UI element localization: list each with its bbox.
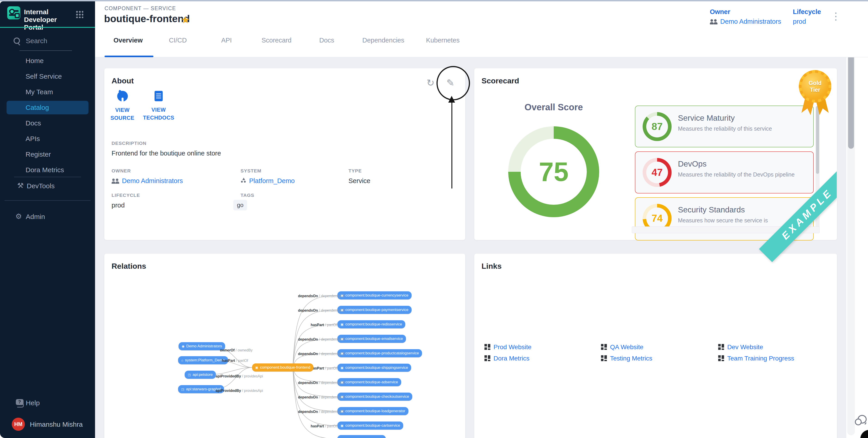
- edge-label: apiProvidedBy / providesApi: [216, 374, 263, 378]
- graph-node-right-4[interactable]: ▣component:boutique-productcatalogservic…: [337, 349, 422, 357]
- tab-cicd[interactable]: CI/CD: [169, 37, 187, 44]
- links-card: Links Prod Website QA Website Dev Websit…: [474, 254, 837, 438]
- graph-node-right-10[interactable]: [337, 435, 386, 438]
- tag-chip[interactable]: go: [233, 200, 247, 210]
- tab-dependencies[interactable]: Dependencies: [362, 37, 404, 44]
- owner-link[interactable]: Demo Administrators: [710, 18, 781, 25]
- sidebar-item-docs[interactable]: Docs: [0, 115, 95, 131]
- edge-label: dependsOn / dependencyOf: [298, 308, 344, 312]
- link-dora-metrics[interactable]: Dora Metrics: [485, 355, 529, 362]
- sidebar-item-self-service[interactable]: Self Service: [0, 68, 95, 84]
- system-field-label: SYSTEM: [241, 168, 261, 174]
- apps-grid-icon[interactable]: [75, 10, 83, 18]
- sidebar-item-dora-metrics[interactable]: Dora Metrics: [0, 162, 95, 178]
- metrics-scrollbar-horizontal[interactable]: [632, 227, 819, 233]
- overall-score-value: 75: [508, 126, 599, 217]
- edge-label: dependsOn / dependencyOf: [298, 337, 344, 341]
- graph-node-right-5[interactable]: ▣component:boutique-shippingservice: [337, 364, 411, 372]
- owner-field-link[interactable]: Demo Administrators: [112, 177, 183, 184]
- edge-label: hasPart / partOf: [311, 424, 337, 428]
- people-icon: [112, 178, 120, 184]
- graph-node-right-1[interactable]: ▣component:boutique-paymentservice: [337, 306, 412, 314]
- graph-node-left-1[interactable]: ⌂system:Platform_Demo: [178, 356, 228, 364]
- techdocs-icon: [155, 91, 163, 101]
- overall-score-donut: 75: [508, 126, 599, 217]
- sidebar-item-my-team[interactable]: My Team: [0, 84, 95, 100]
- graph-node-right-7[interactable]: ▣component:boutique-checkoutservice: [337, 393, 412, 401]
- tab-api[interactable]: API: [221, 37, 232, 44]
- metric-value: 47: [643, 158, 672, 187]
- tab-docs[interactable]: Docs: [319, 37, 334, 44]
- overall-score-label: Overall Score: [525, 102, 583, 112]
- more-options-icon[interactable]: [831, 10, 841, 22]
- github-icon: [117, 91, 128, 101]
- link-dev-website[interactable]: Dev Website: [718, 343, 763, 351]
- graph-node-right-2[interactable]: ▣component:boutique-redisservice: [337, 320, 405, 328]
- tags-field-label: TAGS: [241, 193, 254, 198]
- tab-scorecard[interactable]: Scorecard: [261, 37, 291, 44]
- graph-node-right-0[interactable]: ▣component:boutique-currencyservice: [337, 291, 412, 299]
- sidebar-item-admin[interactable]: ⚙ Admin: [16, 213, 45, 221]
- metric-title: Security Standards: [678, 205, 745, 214]
- user-name: Himanshu Mishra: [30, 420, 83, 428]
- search-icon: [13, 37, 20, 44]
- tab-overview[interactable]: Overview: [114, 37, 143, 44]
- header-lifecycle: Lifecycle prod: [793, 8, 821, 25]
- active-tab-underline: [104, 56, 153, 57]
- graph-node-right-9[interactable]: ▣component:boutique-cartservice: [337, 422, 403, 430]
- link-prod-website[interactable]: Prod Website: [485, 343, 531, 351]
- edge-label: apiProvidedBy / providesApi: [216, 389, 263, 393]
- system-field-link[interactable]: Platform_Demo: [241, 177, 294, 184]
- favorite-star-icon[interactable]: [181, 14, 190, 26]
- lifecycle-field-label: LIFECYCLE: [112, 193, 140, 198]
- sidebar: Internal Developer Portal Search Home Se…: [0, 1, 95, 438]
- dashboard-icon: [485, 355, 490, 361]
- system-icon: ⌂: [181, 359, 183, 362]
- app-logo-icon: [7, 6, 20, 20]
- about-card: About VIEW SOURCE VIEW TECHDOCS DESCRIPT…: [104, 68, 465, 240]
- graph-node-right-3[interactable]: ▣component:boutique-emailservice: [337, 335, 406, 343]
- annotation-arrowhead: [448, 96, 455, 103]
- sidebar-search[interactable]: Search: [12, 36, 85, 47]
- tab-bar: Overview CI/CD API Scorecard Docs Depend…: [95, 25, 868, 58]
- view-source-link[interactable]: VIEW SOURCE: [104, 91, 141, 122]
- edge-label: ownerOf / ownedBy: [220, 348, 252, 352]
- sidebar-item-apis[interactable]: APIs: [0, 131, 95, 146]
- link-qa-website[interactable]: QA Website: [601, 343, 643, 351]
- feedback-chat-icon[interactable]: [855, 415, 867, 425]
- dashboard-icon: [718, 355, 724, 361]
- sidebar-item-devtools[interactable]: ⚒ DevTools: [17, 182, 55, 190]
- sidebar-item-home[interactable]: Home: [0, 53, 95, 68]
- refresh-icon[interactable]: [427, 77, 434, 88]
- graph-node-center[interactable]: ▣component:boutique-frontend: [252, 363, 313, 372]
- owner-field-label: OWNER: [112, 168, 131, 174]
- component-icon: ▣: [255, 366, 258, 369]
- graph-node-right-6[interactable]: ▣component:boutique-adservice: [337, 378, 401, 386]
- dashboard-icon: [601, 344, 607, 350]
- component-icon: ▣: [341, 323, 343, 326]
- header-owner: Owner Demo Administrators: [710, 8, 781, 25]
- metric-title: DevOps: [678, 159, 707, 168]
- graph-node-left-0[interactable]: ◉Demo Administrators: [179, 342, 225, 350]
- metrics-scrollbar-vertical[interactable]: [815, 106, 819, 232]
- window-top-strip: [0, 0, 868, 1]
- metric-card-devops[interactable]: 47 DevOps Measures the reliability of th…: [635, 151, 814, 194]
- sidebar-item-catalog[interactable]: Catalog: [6, 101, 89, 114]
- avatar: HM: [12, 418, 25, 431]
- search-placeholder: Search: [26, 37, 47, 45]
- link-testing-metrics[interactable]: Testing Metrics: [601, 355, 652, 362]
- metric-card-security-standards[interactable]: 74 Security Standards Measures how secur…: [635, 197, 814, 240]
- metric-subtitle: Measures the reliability of this service: [678, 126, 772, 132]
- tab-kubernetes[interactable]: Kubernetes: [426, 37, 460, 44]
- metric-card-service-maturity[interactable]: 87 Service Maturity Measures the reliabi…: [635, 106, 814, 147]
- graph-node-left-2[interactable]: ◳api:petstore: [185, 371, 216, 379]
- view-techdocs-link[interactable]: VIEW TECHDOCS: [141, 91, 177, 122]
- sidebar-item-register[interactable]: Register: [0, 146, 95, 162]
- sidebar-item-help[interactable]: Help: [16, 399, 40, 407]
- graph-node-right-8[interactable]: ▣component:boutique-loadgenerator: [337, 407, 408, 415]
- relations-graph[interactable]: ◉Demo AdministratorsownerOf / ownedBy⌂sy…: [104, 254, 465, 438]
- metric-subtitle: Measures how secure the service is: [678, 217, 768, 224]
- relations-card: Relations ◉Demo AdministratorsownerOf / …: [104, 254, 465, 438]
- component-icon: ▣: [341, 366, 343, 370]
- link-team-training-progress[interactable]: Team Training Progress: [718, 355, 794, 362]
